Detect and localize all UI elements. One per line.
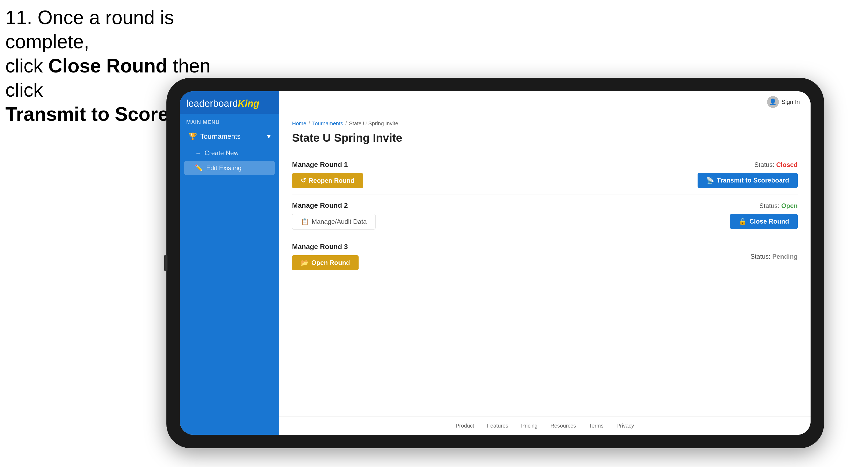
reopen-round-button[interactable]: ↺ Reopen Round (292, 173, 363, 188)
breadcrumb-home[interactable]: Home (292, 121, 306, 127)
round-2-status-value: Open (781, 202, 798, 209)
edit-icon: ✏️ (195, 164, 203, 172)
transmit-scoreboard-button[interactable]: 📡 Transmit to Scoreboard (698, 173, 798, 188)
footer-link-privacy[interactable]: Privacy (617, 423, 634, 429)
sidebar-menu: MAIN MENU 🏆 Tournaments ▾ ＋ Create New (180, 114, 279, 178)
sign-in-button[interactable]: 👤 Sign In (767, 96, 800, 108)
app-layout: leaderboardKing MAIN MENU 🏆 Tournaments … (180, 91, 811, 435)
instruction-bold1: Close Round (48, 55, 167, 76)
round-3-status-label: Status: (750, 253, 772, 260)
breadcrumb-tournaments[interactable]: Tournaments (312, 121, 343, 127)
edit-existing-label: Edit Existing (206, 164, 242, 172)
manage-audit-label: Manage/Audit Data (312, 218, 367, 225)
round-3-status: Status: Pending (750, 253, 798, 260)
sign-in-label: Sign In (782, 98, 800, 105)
top-bar: 👤 Sign In (279, 91, 811, 113)
close-round-label: Close Round (749, 218, 789, 225)
round-2-right: Status: Open 🔒 Close Round (730, 202, 798, 229)
audit-icon: 📋 (301, 218, 309, 225)
round-3-status-value: Pending (772, 253, 798, 260)
breadcrumb: Home / Tournaments / State U Spring Invi… (292, 121, 798, 127)
round-2-section: Manage Round 2 📋 Manage/Audit Data Statu… (292, 195, 798, 236)
instruction-line1: 11. Once a round is complete, (5, 7, 174, 52)
footer-link-resources[interactable]: Resources (551, 423, 576, 429)
logo-king: King (238, 98, 259, 109)
round-1-status: Status: Closed (754, 161, 798, 168)
main-content: 👤 Sign In Home / Tournaments / State U S… (279, 91, 811, 435)
logo: leaderboardKing (186, 99, 273, 108)
trophy-icon: 🏆 (188, 132, 197, 141)
manage-audit-button[interactable]: 📋 Manage/Audit Data (292, 214, 375, 229)
logo-leaderboard: leaderboard (186, 98, 238, 109)
close-round-button[interactable]: 🔒 Close Round (730, 214, 798, 229)
round-2-left: Manage Round 2 📋 Manage/Audit Data (292, 201, 375, 229)
reopen-round-label: Reopen Round (309, 177, 354, 184)
footer-link-terms[interactable]: Terms (589, 423, 603, 429)
round-3-title: Manage Round 3 (292, 243, 359, 251)
main-menu-label: MAIN MENU (184, 119, 275, 125)
transmit-scoreboard-label: Transmit to Scoreboard (717, 177, 789, 184)
round-3-left: Manage Round 3 📂 Open Round (292, 243, 359, 270)
open-round-label: Open Round (311, 259, 350, 267)
breadcrumb-current: State U Spring Invite (349, 121, 398, 127)
footer-link-product[interactable]: Product (456, 423, 474, 429)
instruction-line2: click (5, 55, 48, 76)
page-title: State U Spring Invite (292, 131, 798, 145)
plus-icon: ＋ (195, 149, 201, 157)
sidebar: leaderboardKing MAIN MENU 🏆 Tournaments … (180, 91, 279, 435)
sidebar-item-tournaments[interactable]: 🏆 Tournaments ▾ (184, 129, 275, 145)
sidebar-item-edit-existing[interactable]: ✏️ Edit Existing (184, 161, 275, 175)
footer-link-features[interactable]: Features (487, 423, 508, 429)
content-area: Home / Tournaments / State U Spring Invi… (279, 113, 811, 416)
tablet-device: leaderboardKing MAIN MENU 🏆 Tournaments … (166, 78, 824, 448)
round-1-right: Status: Closed 📡 Transmit to Scoreboard (698, 161, 798, 188)
open-round-icon: 📂 (301, 259, 309, 267)
round-1-title: Manage Round 1 (292, 160, 363, 169)
breadcrumb-sep1: / (308, 121, 310, 127)
round-2-status-label: Status: (759, 202, 781, 209)
user-avatar: 👤 (767, 96, 779, 108)
breadcrumb-sep2: / (345, 121, 347, 127)
round-1-section: Manage Round 1 ↺ Reopen Round Status: Cl… (292, 154, 798, 195)
sidebar-tournaments-label: Tournaments (200, 132, 241, 141)
round-2-title: Manage Round 2 (292, 201, 375, 210)
sidebar-item-create-new[interactable]: ＋ Create New (184, 146, 275, 160)
open-round-button[interactable]: 📂 Open Round (292, 255, 359, 270)
footer: Product Features Pricing Resources Terms… (279, 416, 811, 435)
tablet-side-button (164, 255, 167, 271)
round-1-status-value: Closed (776, 161, 798, 168)
tablet-screen: leaderboardKing MAIN MENU 🏆 Tournaments … (180, 91, 811, 435)
create-new-label: Create New (205, 149, 239, 157)
sidebar-logo: leaderboardKing (180, 91, 279, 114)
footer-link-pricing[interactable]: Pricing (521, 423, 537, 429)
reopen-icon: ↺ (301, 177, 306, 184)
chevron-down-icon: ▾ (267, 132, 271, 141)
round-3-right: Status: Pending (750, 253, 798, 260)
close-icon: 🔒 (739, 218, 747, 225)
round-3-section: Manage Round 3 📂 Open Round Status: Pend… (292, 236, 798, 277)
round-1-left: Manage Round 1 ↺ Reopen Round (292, 160, 363, 188)
round-2-status: Status: Open (759, 202, 798, 210)
transmit-icon: 📡 (706, 177, 714, 184)
round-1-status-label: Status: (754, 161, 776, 168)
